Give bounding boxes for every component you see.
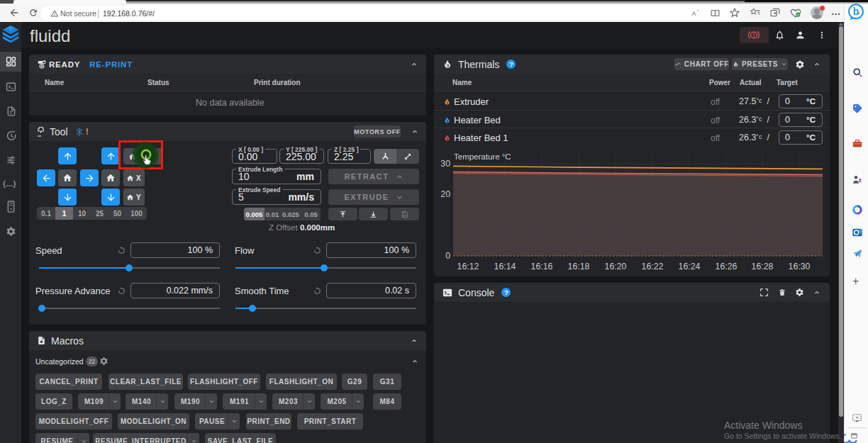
svg-text:16:28: 16:28 — [752, 262, 774, 271]
svg-text:16:24: 16:24 — [679, 262, 701, 271]
svg-text:16:12: 16:12 — [457, 262, 479, 271]
svg-text:30: 30 — [440, 159, 450, 169]
svg-text:16:20: 16:20 — [605, 262, 627, 271]
svg-text:16:22: 16:22 — [642, 262, 664, 271]
svg-text:20: 20 — [440, 189, 450, 199]
svg-text:0: 0 — [445, 251, 450, 261]
svg-text:16:16: 16:16 — [531, 262, 553, 271]
svg-text:16:26: 16:26 — [716, 262, 738, 271]
svg-text:A: A — [692, 10, 696, 17]
svg-text:16:18: 16:18 — [568, 262, 590, 271]
svg-text:16:14: 16:14 — [494, 262, 516, 271]
svg-text:16:30: 16:30 — [789, 262, 811, 271]
